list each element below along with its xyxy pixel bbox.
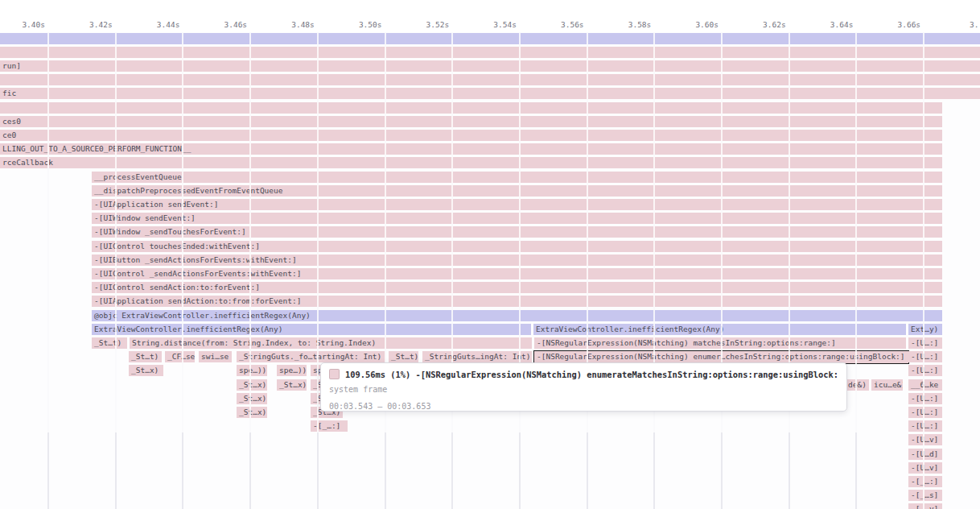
flame-frame[interactable]: -[U…d]	[908, 449, 942, 460]
tooltip-title: 109.56ms (1%) -[NSRegularExpression(NSMa…	[345, 370, 838, 379]
flame-frame[interactable]: _St…x)	[237, 379, 267, 391]
axis-tick-label: 3.58s	[604, 20, 651, 29]
axis-tick-label: 3.42s	[66, 20, 113, 29]
tooltip-time-range: 00:03.543 — 00:03.653	[329, 398, 838, 415]
flame-frame[interactable]: String.distance(from: String.Index, to: …	[130, 337, 532, 349]
flame-frame[interactable]: _St…x)	[277, 379, 307, 391]
flame-frame[interactable]: _CF…se	[165, 351, 195, 362]
gridline-gap	[855, 32, 857, 432]
flame-frame[interactable]: LLING_OUT_TO_A_SOURCE0_PERFORM_FUNCTION_…	[0, 143, 942, 155]
flame-frame[interactable]: @objc ExtraViewController.inefficientReg…	[92, 310, 942, 321]
flame-frame[interactable]: spe…))	[277, 365, 307, 376]
flame-frame[interactable]: ExtraViewController.inefficientRegex(Any…	[533, 324, 906, 335]
axis-tick-label: 3.66s	[874, 20, 920, 29]
flame-frame[interactable]: -[U…:]	[908, 351, 942, 362]
flame-frame[interactable]: -[U…:]	[908, 393, 942, 404]
tooltip-title-line: 109.56ms (1%) -[NSRegularExpression(NSMa…	[329, 367, 838, 381]
gridline-gap	[182, 32, 183, 432]
axis-tick-label: 3.52s	[402, 20, 449, 29]
axis-tick-label: 3.64s	[806, 20, 853, 29]
axis-tick-label: 3.44s	[133, 20, 179, 29]
flame-frame[interactable]: -[UIButton _sendActionsForEvents:withEve…	[92, 254, 942, 266]
flame-frame[interactable]	[0, 33, 980, 44]
flame-frame[interactable]: -[_…v]	[908, 503, 942, 509]
flame-frame[interactable]: spe…))	[237, 365, 267, 376]
gridline-gap	[249, 32, 251, 432]
flame-frame[interactable]: -[UIControl _sendActionsForEvents:withEv…	[92, 268, 942, 279]
flame-frame[interactable]: -[U…:]	[908, 365, 942, 376]
axis-tick-label: 3.60s	[672, 20, 719, 29]
flame-frame[interactable]	[0, 102, 942, 114]
axis-tick-label: 3.46s	[200, 20, 247, 29]
flame-frame[interactable]: rceCallback	[0, 157, 942, 168]
flame-frame[interactable]: _StringGuts…ingAt: Int)	[422, 351, 532, 362]
flame-frame[interactable]: -[U…v]	[908, 462, 942, 474]
flame-frame[interactable]: -[UIControl sendAction:to:forEvent:]	[92, 282, 942, 293]
flame-frame[interactable]: run]	[0, 60, 980, 72]
axis-tick-label: 3.56s	[537, 20, 584, 29]
tooltip-frame-kind: system frame	[329, 381, 838, 398]
flame-frame[interactable]: -[_…s]	[908, 490, 942, 501]
flame-graph: run]ficces0ce0LLING_OUT_TO_A_SOURCE0_PER…	[0, 0, 980, 509]
flame-frame[interactable]: icu…e&)	[871, 379, 903, 391]
axis-tick-label: 3.48s	[268, 20, 315, 29]
axis-tick-label: 3.62s	[739, 20, 786, 29]
gridline-gap	[47, 32, 49, 432]
axis-tick-label: 3.40s	[0, 20, 45, 29]
axis-tick-label-partial: 3.	[970, 20, 978, 29]
flame-frame[interactable]: -[U…:]	[908, 407, 942, 418]
flame-frame[interactable]	[0, 74, 980, 85]
flame-frame[interactable]: -[U…:]	[908, 420, 942, 432]
flame-frame[interactable]: _St…x)	[237, 393, 267, 404]
flame-frame[interactable]: __processEventQueue	[92, 172, 942, 183]
flame-frame[interactable]: __6…ke	[908, 379, 942, 391]
flame-frame[interactable]: ces0	[0, 116, 942, 127]
axis-tick-label: 3.54s	[470, 20, 517, 29]
axis-tick-label: 3.50s	[336, 20, 382, 29]
flame-frame[interactable]: _St…x)	[237, 407, 267, 418]
flame-frame[interactable]: _St…t)	[129, 351, 162, 362]
flame-frame[interactable]: -[UIApplication sendAction:to:from:forEv…	[92, 296, 942, 307]
flame-frame[interactable]: -[UIWindow sendEvent:]	[92, 213, 942, 224]
flame-frame[interactable]: -[_…:]	[908, 476, 942, 487]
flame-frame[interactable]: ExtraViewController.inefficientRegex(Any…	[92, 324, 531, 335]
gridline-gap	[115, 32, 117, 432]
gridline-gap	[923, 32, 924, 509]
flame-graph-view: 3.40s3.42s3.44s3.46s3.48s3.50s3.52s3.54s…	[0, 0, 980, 509]
flame-frame[interactable]	[0, 47, 980, 58]
flame-frame[interactable]: _StringGuts._fo…tartingAt: Int)	[237, 351, 385, 362]
flame-frame[interactable]: _St…x)	[129, 365, 163, 376]
flame-frame[interactable]: fic	[0, 88, 980, 99]
flame-frame[interactable]: Ext…y)	[908, 324, 942, 335]
flame-frame[interactable]: -[UIControl touchesEnded:withEvent:]	[92, 241, 942, 252]
flame-frame[interactable]: -[UIWindow _sendTouchesForEvent:]	[92, 226, 942, 238]
flame-frame[interactable]: -[NSRegularExpression(NSMatching) matche…	[534, 337, 906, 349]
flame-frame[interactable]: swi…se	[199, 351, 232, 362]
frame-color-swatch-icon	[329, 369, 340, 379]
time-axis[interactable]: 3.40s3.42s3.44s3.46s3.48s3.50s3.52s3.54s…	[0, 0, 980, 32]
gridline-gap	[317, 32, 319, 432]
tooltip: 109.56ms (1%) -[NSRegularExpression(NSMa…	[320, 362, 847, 412]
flame-frame[interactable]: _St…t)	[389, 351, 418, 362]
flame-frame[interactable]: -[U…v]	[908, 434, 942, 445]
flame-frame[interactable]: __dispatchPreprocessedEventFromEventQueu…	[92, 185, 942, 197]
flame-frame[interactable]: ce0	[0, 130, 942, 141]
flame-frame[interactable]: -[UIApplication sendEvent:]	[92, 199, 942, 210]
flame-frame[interactable]: _St…t)	[92, 337, 127, 349]
flame-frame[interactable]: -[U…:]	[908, 337, 942, 349]
